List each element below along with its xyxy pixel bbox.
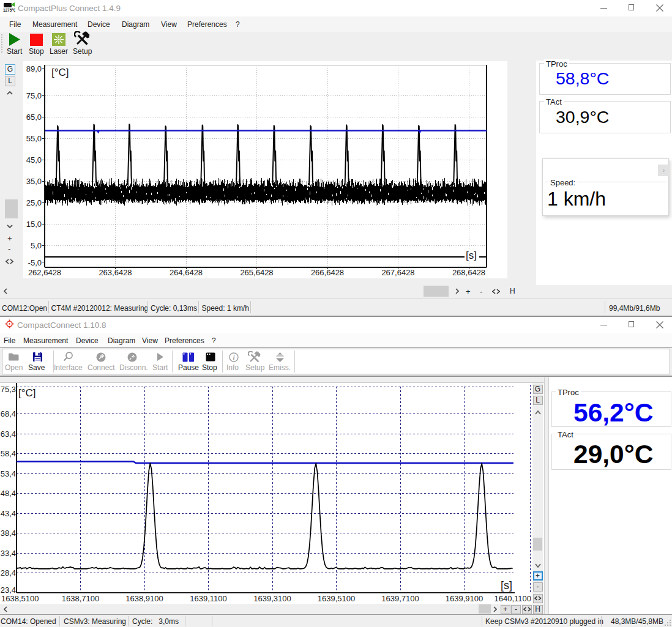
svg-text:[s]: [s] — [466, 250, 477, 261]
svg-text:68,4: 68,4 — [1, 409, 16, 418]
svg-text:1275°C: 1275°C — [3, 8, 15, 12]
svg-text:1640,1100: 1640,1100 — [495, 594, 532, 603]
svg-text:1639,7100: 1639,7100 — [381, 594, 419, 603]
svg-text:15,0: 15,0 — [26, 220, 42, 229]
svg-text:[s]: [s] — [501, 579, 512, 592]
svg-text:48,4: 48,4 — [1, 489, 16, 498]
svg-text:263,6428: 263,6428 — [99, 268, 132, 277]
svg-text:[°C]: [°C] — [51, 67, 69, 78]
svg-text:58,4: 58,4 — [1, 449, 16, 458]
svg-text:-5,0: -5,0 — [28, 258, 42, 267]
svg-text:1638,5100: 1638,5100 — [1, 594, 39, 603]
svg-text:25,0: 25,0 — [26, 198, 42, 207]
svg-text:75,3: 75,3 — [1, 385, 16, 394]
svg-text:1639,5100: 1639,5100 — [318, 594, 355, 603]
svg-text:63,4: 63,4 — [1, 429, 16, 439]
svg-text:267,6428: 267,6428 — [381, 268, 414, 277]
svg-text:75,0: 75,0 — [26, 91, 42, 100]
svg-text:1639,9100: 1639,9100 — [446, 594, 483, 603]
svg-text:262,6428: 262,6428 — [28, 268, 61, 277]
svg-text:65,0: 65,0 — [26, 113, 42, 122]
svg-text:23,4: 23,4 — [1, 585, 16, 595]
svg-text:1639,3100: 1639,3100 — [253, 594, 291, 603]
svg-text:i: i — [233, 354, 235, 361]
svg-text:268,6428: 268,6428 — [452, 268, 485, 277]
svg-text:33,4: 33,4 — [1, 549, 16, 558]
svg-text:264,6428: 264,6428 — [170, 268, 203, 277]
svg-text:[°C]: [°C] — [18, 387, 36, 399]
svg-text:1639,1100: 1639,1100 — [190, 594, 227, 603]
svg-text:55,0: 55,0 — [26, 134, 42, 143]
svg-text:5,0: 5,0 — [31, 241, 42, 250]
svg-text:28,4: 28,4 — [1, 568, 16, 577]
svg-text:1638,7100: 1638,7100 — [62, 594, 99, 603]
svg-text:265,6428: 265,6428 — [240, 268, 273, 277]
svg-text:35,0: 35,0 — [26, 177, 42, 186]
svg-text:45,0: 45,0 — [26, 155, 42, 165]
svg-text:266,6428: 266,6428 — [311, 268, 344, 277]
svg-text:53,4: 53,4 — [1, 469, 16, 478]
svg-text:1638,9100: 1638,9100 — [125, 594, 163, 603]
svg-text:43,4: 43,4 — [1, 509, 16, 518]
svg-text:89,0: 89,0 — [26, 64, 42, 73]
svg-text:38,4: 38,4 — [1, 529, 16, 538]
